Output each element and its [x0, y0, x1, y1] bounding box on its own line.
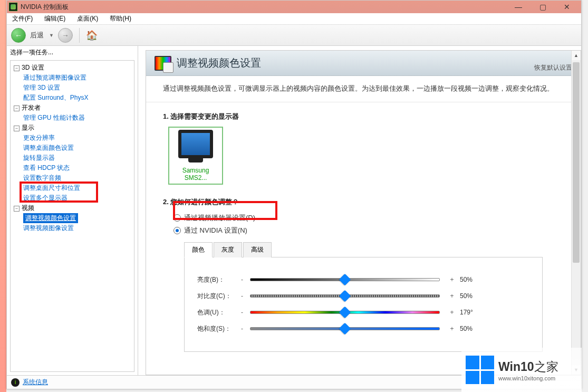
radio-player[interactable]: 通过视频播放器设置(D): [173, 213, 564, 223]
tree-link[interactable]: 配置 Surround、PhysX: [23, 93, 133, 103]
step1-title: 1. 选择需要变更的显示器: [163, 112, 564, 121]
saturation-value: 50%: [460, 325, 483, 332]
content-header: 调整视频颜色设置 恢复默认设置: [146, 51, 581, 76]
scrollbar-thumb[interactable]: [573, 62, 580, 263]
tree-link[interactable]: 调整桌面尺寸和位置: [23, 183, 133, 193]
slider-hue: 色调(U)： - + 179°: [197, 308, 529, 317]
color-bars-icon: [155, 56, 171, 71]
tree-link[interactable]: 旋转显示器: [23, 153, 133, 163]
close-button[interactable]: ✕: [555, 1, 579, 13]
radio-nvidia[interactable]: 通过 NVIDIA 设置(N): [173, 226, 564, 235]
watermark-url: www.win10xitong.com: [498, 375, 558, 381]
radio-player-label: 通过视频播放器设置(D): [184, 213, 255, 223]
slider-brightness: 亮度(B)： - + 50%: [197, 275, 529, 284]
nvidia-icon: [9, 3, 17, 11]
tree-link[interactable]: 管理 3D 设置: [23, 83, 133, 93]
tree-cat-3d[interactable]: 3D 设置: [22, 64, 44, 71]
tree-cat-video[interactable]: 视频: [22, 204, 34, 212]
scroll-up-icon[interactable]: ▲: [572, 51, 581, 60]
restore-defaults-link[interactable]: 恢复默认设置: [534, 63, 572, 72]
tree-link-selected[interactable]: 调整视频颜色设置: [23, 213, 78, 223]
slider-contrast: 对比度(C)： - + 50%: [197, 292, 529, 301]
sidebar-task-label: 选择一项任务...: [7, 46, 138, 59]
color-tabs: 颜色 灰度 高级: [184, 242, 564, 257]
sysinfo-icon: i: [11, 378, 20, 387]
monitor-item[interactable]: Samsung SMS2...: [169, 128, 222, 184]
menu-file[interactable]: 文件(F): [10, 13, 35, 24]
slider-thumb[interactable]: [339, 274, 351, 286]
tree-link[interactable]: 管理 GPU 性能计数器: [23, 113, 133, 123]
hue-value: 179°: [460, 309, 483, 316]
step2-title: 2. 您如何进行颜色调整？: [163, 197, 564, 207]
minus-icon: -: [238, 292, 246, 300]
tree-link[interactable]: 设置数字音频: [23, 173, 133, 183]
title-bar[interactable]: NVIDIA 控制面板 — ▢ ✕: [7, 1, 581, 13]
content-inner: 调整视频颜色设置 恢复默认设置 通过调整视频颜色设置，可微调显示器上的视频内容的…: [146, 50, 581, 375]
menu-bar: 文件(F) 编辑(E) 桌面(K) 帮助(H): [7, 13, 581, 25]
watermark-title: Win10之家: [498, 359, 558, 375]
tree-link[interactable]: 查看 HDCP 状态: [23, 163, 133, 173]
tab-advanced[interactable]: 高级: [243, 242, 272, 257]
tree-link[interactable]: 调整视频图像设置: [23, 223, 133, 233]
radio-nvidia-label: 通过 NVIDIA 设置(N): [184, 226, 247, 235]
plus-icon: +: [448, 276, 456, 283]
back-button[interactable]: ←: [11, 28, 26, 43]
slider-thumb[interactable]: [339, 307, 351, 319]
expand-icon[interactable]: −: [14, 106, 20, 111]
vertical-scrollbar[interactable]: ▲ ▼: [571, 51, 581, 375]
slider-thumb[interactable]: [339, 323, 351, 335]
tree-link[interactable]: 调整桌面颜色设置: [23, 143, 133, 153]
back-dropdown-icon[interactable]: ▼: [49, 33, 54, 38]
radio-icon: [173, 227, 181, 234]
app-window: NVIDIA 控制面板 — ▢ ✕ 文件(F) 编辑(E) 桌面(K) 帮助(H…: [6, 0, 582, 389]
menu-help[interactable]: 帮助(H): [108, 13, 133, 24]
watermark: Win10之家 www.win10xitong.com: [461, 348, 582, 392]
menu-edit[interactable]: 编辑(E): [42, 13, 68, 24]
hue-label: 色调(U)：: [197, 308, 238, 317]
minus-icon: -: [238, 325, 246, 332]
radio-icon: [173, 214, 181, 222]
slider-thumb[interactable]: [339, 290, 351, 302]
tree-link[interactable]: 设置多个显示器: [23, 193, 133, 203]
task-tree[interactable]: −3D 设置 通过预览调整图像设置 管理 3D 设置 配置 Surround、P…: [10, 60, 134, 372]
minimize-button[interactable]: —: [506, 1, 531, 13]
hue-track[interactable]: [250, 308, 440, 317]
maximize-button[interactable]: ▢: [531, 1, 555, 13]
home-icon[interactable]: 🏠: [86, 30, 98, 41]
tab-gamma[interactable]: 灰度: [214, 242, 242, 257]
content-pane: 调整视频颜色设置 恢复默认设置 通过调整视频颜色设置，可微调显示器上的视频内容的…: [138, 46, 581, 375]
expand-icon[interactable]: −: [14, 65, 20, 71]
body-area: 选择一项任务... −3D 设置 通过预览调整图像设置 管理 3D 设置 配置 …: [7, 46, 581, 375]
expand-icon[interactable]: −: [14, 126, 20, 131]
tree-link[interactable]: 通过预览调整图像设置: [23, 73, 133, 83]
contrast-value: 50%: [460, 292, 483, 300]
back-label: 后退: [30, 31, 44, 40]
tab-pane-color: 亮度(B)： - + 50% 对比度(C)： - + 50%: [184, 257, 543, 352]
tree-cat-dev[interactable]: 开发者: [22, 104, 41, 111]
menu-desktop[interactable]: 桌面(K): [75, 13, 100, 24]
forward-button[interactable]: →: [58, 28, 73, 43]
contrast-track[interactable]: [250, 292, 440, 300]
minus-icon: -: [238, 309, 246, 316]
tree-cat-display[interactable]: 显示: [22, 124, 34, 131]
brightness-value: 50%: [460, 276, 483, 283]
plus-icon: +: [448, 309, 456, 316]
windows-logo-icon: [466, 356, 494, 384]
monitor-label: Samsung SMS2...: [182, 167, 209, 181]
saturation-label: 饱和度(S)：: [197, 324, 238, 333]
page-title: 调整视频颜色设置: [177, 56, 261, 70]
sysinfo-link[interactable]: 系统信息: [23, 378, 48, 387]
minus-icon: -: [238, 276, 246, 283]
expand-icon[interactable]: −: [14, 206, 20, 212]
brightness-track[interactable]: [250, 275, 440, 284]
tree-link[interactable]: 更改分辨率: [23, 133, 133, 143]
plus-icon: +: [448, 325, 456, 332]
tab-color[interactable]: 颜色: [184, 242, 213, 257]
monitor-icon: [178, 130, 213, 158]
page-description: 通过调整视频颜色设置，可微调显示器上的视频内容的颜色设置。为达到最佳效果，一边播…: [146, 76, 581, 102]
saturation-track[interactable]: [250, 324, 440, 333]
brightness-label: 亮度(B)：: [197, 275, 238, 284]
toolbar-separator: [79, 28, 80, 43]
slider-saturation: 饱和度(S)： - + 50%: [197, 324, 529, 333]
toolbar: ← 后退 ▼ → 🏠: [7, 25, 581, 46]
